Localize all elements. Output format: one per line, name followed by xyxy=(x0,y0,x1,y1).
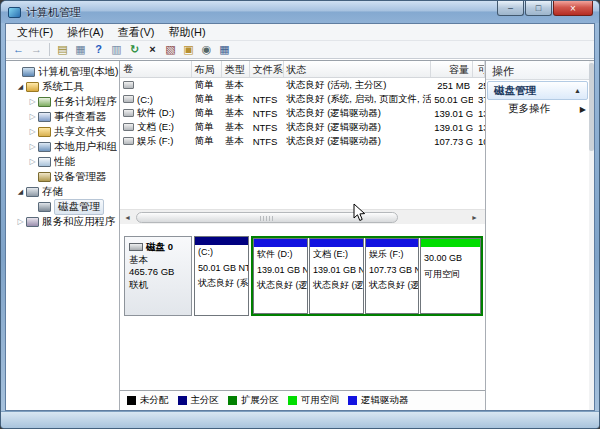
disk-management-icon xyxy=(38,202,51,212)
disk-0-row: 磁盘 0 基本 465.76 GB 联机 (C:) 50.01 GB NT 状态… xyxy=(124,236,483,316)
col-type[interactable]: 类型 xyxy=(222,61,250,77)
collapse-arrow-icon[interactable]: ◢ xyxy=(15,83,26,91)
volume-row-system-reserved[interactable]: 简单 基本 状态良好 (活动, 主分区) 251 MB 25 xyxy=(120,78,485,92)
disk-0-size: 465.76 GB xyxy=(129,266,187,279)
storage-icon xyxy=(26,187,39,197)
sidebar-item-event-viewer[interactable]: ▷ 事件查看器 xyxy=(6,109,119,124)
collapse-icon[interactable]: ▲ xyxy=(574,87,581,94)
title-bar[interactable]: 计算机管理 – □ × xyxy=(1,1,599,23)
menu-view[interactable]: 查看(V) xyxy=(111,24,162,40)
scroll-left-icon[interactable]: ◄ xyxy=(120,210,135,225)
expand-arrow-icon[interactable]: ▷ xyxy=(15,217,26,226)
col-layout[interactable]: 布局 xyxy=(192,61,222,77)
partition-d[interactable]: 软件 (D:) 139.01 GB NT 状态良好 (逻辑 xyxy=(253,238,308,314)
extended-partition-frame: 软件 (D:) 139.01 GB NT 状态良好 (逻辑 文档 (E:) 13… xyxy=(251,236,483,316)
back-icon[interactable]: ← xyxy=(10,42,27,57)
legend-logical-drive: 逻辑驱动器 xyxy=(348,394,409,407)
volume-row-f[interactable]: 娱乐 (F:) 简单 基本 NTFS 状态良好 (逻辑驱动器) 107.73 G… xyxy=(120,134,485,148)
sidebar-item-device-manager[interactable]: 设备管理器 xyxy=(6,169,119,184)
device-manager-icon xyxy=(38,172,51,182)
menu-bar: 文件(F) 操作(A) 查看(V) 帮助(H) xyxy=(6,24,594,41)
sidebar-item-shared-folders[interactable]: ▷ 共享文件夹 xyxy=(6,124,119,139)
free-space-band xyxy=(421,239,480,247)
panel-left-icon[interactable]: ▦ xyxy=(72,42,89,57)
panel-right-icon[interactable]: ▥ xyxy=(108,42,125,57)
actions-scrollbar[interactable] xyxy=(589,61,594,410)
legend-unallocated: 未分配 xyxy=(127,394,169,407)
partition-c[interactable]: (C:) 50.01 GB NT 状态良好 (系统 xyxy=(194,236,249,316)
horizontal-scrollbar[interactable]: ◄ ► xyxy=(120,209,485,224)
more-actions-item[interactable]: 更多操作 ▶ xyxy=(486,100,594,118)
actions-scrollbar-thumb[interactable] xyxy=(589,63,594,151)
volume-row-c[interactable]: (C:) 简单 基本 NTFS 状态良好 (系统, 启动, 页面文件, 活动, … xyxy=(120,92,485,106)
partition-free-space[interactable]: 30.00 GB 可用空间 xyxy=(420,238,481,314)
volume-row-d[interactable]: 软件 (D:) 简单 基本 NTFS 状态良好 (逻辑驱动器) 139.01 G… xyxy=(120,106,485,120)
expand-arrow-icon[interactable]: ▷ xyxy=(27,112,38,121)
legend-swatch xyxy=(127,396,136,405)
partition-f[interactable]: 娱乐 (F:) 107.73 GB NT 状态良好 (逻辑 xyxy=(365,238,419,314)
col-volume[interactable]: 卷 xyxy=(120,61,192,77)
scroll-right-icon[interactable]: ► xyxy=(467,210,482,225)
close-button[interactable]: × xyxy=(553,1,593,16)
sidebar-item-performance[interactable]: ▷ 性能 xyxy=(6,154,119,169)
app-icon xyxy=(8,7,21,18)
legend-swatch xyxy=(178,396,187,405)
scrollbar-thumb[interactable] xyxy=(136,212,398,223)
maximize-button[interactable]: □ xyxy=(525,1,552,16)
folder-icon[interactable]: ▣ xyxy=(180,42,197,57)
expand-arrow-icon[interactable]: ▷ xyxy=(27,157,38,166)
logical-drive-band xyxy=(366,239,418,247)
volume-icon xyxy=(123,109,134,117)
sidebar-item-system-tools[interactable]: ◢ 系统工具 xyxy=(6,79,119,94)
sidebar-item-local-users-groups[interactable]: ▷ 本地用户和组 xyxy=(6,139,119,154)
col-status[interactable]: 状态 xyxy=(284,61,432,77)
volume-row-e[interactable]: 文档 (E:) 简单 基本 NTFS 状态良好 (逻辑驱动器) 139.01 G… xyxy=(120,120,485,134)
primary-partition-band xyxy=(195,237,248,245)
sidebar-item-disk-management[interactable]: 磁盘管理 xyxy=(6,199,119,214)
computer-management-window: 计算机管理 – □ × 文件(F) 操作(A) 查看(V) 帮助(H) ← → … xyxy=(0,0,600,429)
actions-pane: 操作 磁盘管理 ▲ 更多操作 ▶ xyxy=(486,61,594,410)
computer-icon xyxy=(22,67,35,77)
menu-action[interactable]: 操作(A) xyxy=(60,24,111,40)
collapse-arrow-icon[interactable]: ◢ xyxy=(15,188,26,196)
legend-extended-partition: 扩展分区 xyxy=(228,394,279,407)
volume-icon xyxy=(123,137,134,145)
partition-e[interactable]: 文档 (E:) 139.01 GB NT 状态良好 (逻辑 xyxy=(309,238,364,314)
sidebar-item-task-scheduler[interactable]: ▷ 任务计划程序 xyxy=(6,94,119,109)
menu-file[interactable]: 文件(F) xyxy=(10,24,60,40)
expand-arrow-icon[interactable]: ▷ xyxy=(27,127,38,136)
properties-icon[interactable]: ▧ xyxy=(162,42,179,57)
col-filesystem[interactable]: 文件系统 xyxy=(250,61,284,77)
disk-edit-icon[interactable]: ▦ xyxy=(216,42,233,57)
partition-legend: 未分配 主分区 扩展分区 可用空间 xyxy=(120,390,485,410)
console-tree-icon[interactable]: ▤ xyxy=(54,42,71,57)
help-icon[interactable]: ? xyxy=(90,42,107,57)
disk-0-info[interactable]: 磁盘 0 基本 465.76 GB 联机 xyxy=(124,236,192,316)
col-free[interactable]: 可 xyxy=(473,61,485,77)
window-controls: – □ × xyxy=(496,1,593,16)
sidebar-item-storage[interactable]: ◢ 存储 xyxy=(6,184,119,199)
refresh-icon[interactable]: ↻ xyxy=(126,42,143,57)
forward-icon[interactable]: → xyxy=(28,42,45,57)
sidebar-item-services-applications[interactable]: ▷ 服务和应用程序 xyxy=(6,214,119,229)
expand-arrow-icon[interactable]: ▷ xyxy=(27,97,38,106)
search-icon[interactable]: ◉ xyxy=(198,42,215,57)
legend-swatch xyxy=(348,396,357,405)
content-area: 计算机管理(本地) ◢ 系统工具 ▷ 任务计划程序 ▷ 事件查看器 xyxy=(6,60,594,410)
minimize-button[interactable]: – xyxy=(497,1,524,16)
delete-volume-icon[interactable]: × xyxy=(144,42,161,57)
volume-list-header: 卷 布局 类型 文件系统 状态 容量 可 xyxy=(120,61,485,78)
menu-help[interactable]: 帮助(H) xyxy=(161,24,212,40)
expand-arrow-icon[interactable]: ▷ xyxy=(27,142,38,151)
sidebar-item-computer-management[interactable]: 计算机管理(本地) xyxy=(6,64,119,79)
actions-group-disk-management[interactable]: 磁盘管理 ▲ xyxy=(487,81,588,100)
legend-swatch xyxy=(288,396,297,405)
col-capacity[interactable]: 容量 xyxy=(431,61,473,77)
logical-drive-band xyxy=(254,239,307,247)
submenu-arrow-icon: ▶ xyxy=(580,105,586,114)
console-tree: 计算机管理(本地) ◢ 系统工具 ▷ 任务计划程序 ▷ 事件查看器 xyxy=(6,61,120,410)
toolbar-separator xyxy=(49,43,50,56)
volume-icon xyxy=(123,81,134,89)
services-icon xyxy=(26,217,39,227)
window-bottom-border xyxy=(1,411,599,428)
